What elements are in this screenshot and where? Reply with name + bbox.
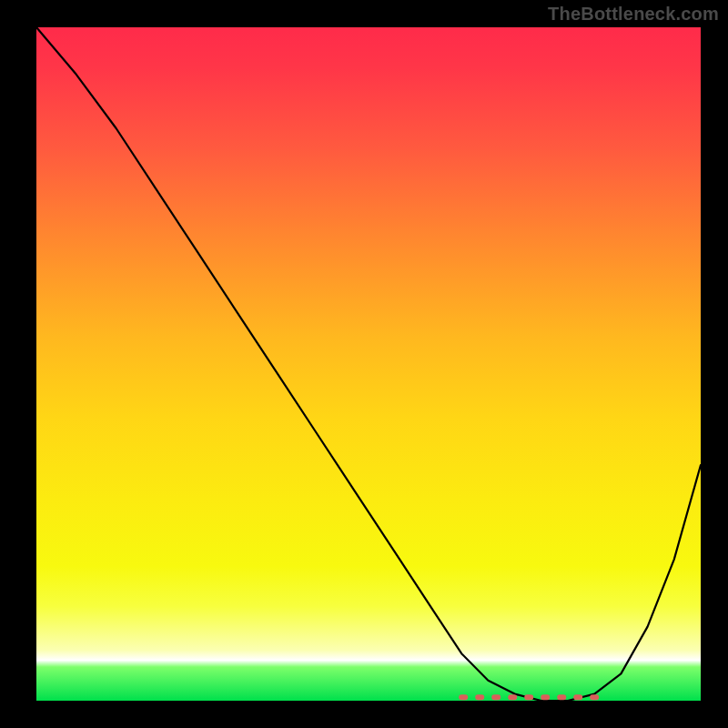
chart-container: TheBottleneck.com bbox=[0, 0, 728, 728]
chart-svg bbox=[36, 27, 701, 701]
plot-area bbox=[36, 27, 701, 701]
watermark-text: TheBottleneck.com bbox=[548, 4, 719, 25]
bottleneck-curve bbox=[36, 27, 701, 701]
